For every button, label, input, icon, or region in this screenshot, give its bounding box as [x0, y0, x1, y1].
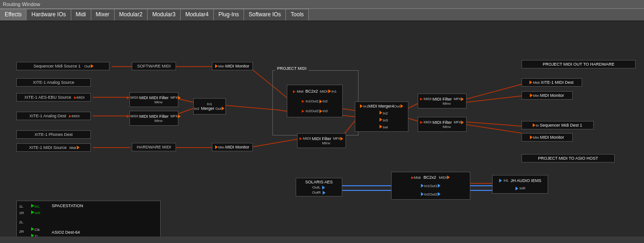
window-title: Routing Window — [3, 1, 40, 7]
asio2-dest64-label: ASIO2 Dest-64 — [52, 230, 80, 235]
xite1-midi-dest-node[interactable]: Midi XITE-1 MIDI Dest — [522, 78, 582, 87]
svg-line-18 — [461, 96, 522, 103]
hardware-midi-label: HARDWARE MIDI — [135, 144, 173, 150]
midi-filter-3-node[interactable]: ▶ MIDI MIDI Filter MFil MInv — [418, 94, 467, 108]
bc2x2-1-node[interactable]: ▶ Midi BC2x2 MIDI In1 ▶ In1 Out1 In2 ▶ I… — [287, 85, 343, 117]
solaris-aes-node[interactable]: SOLARIS AES OutL OutR — [296, 178, 342, 196]
tab-modular2[interactable]: Modular2 — [115, 9, 148, 20]
midi-monitor-3-label: MIDI Monitor — [539, 93, 565, 98]
tab-midi[interactable]: Midi — [71, 9, 91, 20]
bc2x2-2-node[interactable]: ▶ Midi BC2x2 MIDI In1 Out1 In2 Out2 — [391, 172, 470, 200]
xite1-midi-source-node[interactable]: XITE-1 MIDI Source Midi — [16, 143, 91, 152]
software-midi-label: SOFTWARE MIDI — [135, 63, 172, 69]
svg-line-19 — [461, 122, 522, 126]
title-bar: Routing Window — [0, 0, 644, 9]
spacestation-group: 1L 1R 2L 2R 3L 3R 4L InL InR SPACESTATIO… — [16, 201, 161, 236]
svg-line-8 — [224, 105, 278, 110]
midi-monitor-2-label: MIDI Monitor — [224, 145, 251, 149]
midi-monitor-3-node[interactable]: Min MIDI Monitor — [522, 91, 573, 100]
seq-midi-source-label: Sequencer Midi Source 1 — [32, 63, 82, 69]
seq-midi-source-node[interactable]: Sequencer Midi Source 1 Out — [16, 62, 109, 70]
midi-filter-2-label: MIDI MIDI Filter — [138, 114, 169, 119]
tab-effects[interactable]: Effects — [0, 9, 27, 20]
spacestation-label: SPACESTATION — [52, 203, 83, 208]
routing-area: Sequencer Midi Source 1 Out XITE-1 Analo… — [0, 21, 644, 236]
project-midi-out-hw-label: PROJECT MIDI OUT TO HARDWARE — [542, 62, 614, 67]
midi-monitor-4-node[interactable]: Min MIDI Monitor — [522, 133, 573, 142]
tab-mixer[interactable]: Mixer — [91, 9, 115, 20]
midi-filter-4-node[interactable]: ▶ MIDI MIDI Filter MFil MInv — [418, 117, 467, 132]
software-midi-node[interactable]: SOFTWARE MIDI — [132, 62, 176, 70]
tab-software-ios[interactable]: Software IOs — [244, 9, 286, 20]
merger-label: Merger — [201, 106, 215, 111]
midi-filter-6-node[interactable]: ▶ MIDI MIDI Filter MFil MInv — [297, 133, 346, 148]
midi-monitor-4-label: MIDI Monitor — [539, 135, 565, 140]
midi-monitor-2-node[interactable]: Min MIDI Monitor — [212, 143, 253, 151]
xite1-midi-source-label: XITE-1 MIDI Source — [27, 144, 68, 151]
seq-midi-dest-1-node[interactable]: In Sequencer Midi Dest 1 — [522, 121, 594, 129]
project-midi-out-hw-node[interactable]: PROJECT MIDI OUT TO HARDWARE — [522, 60, 636, 68]
svg-line-13 — [249, 139, 297, 148]
xite1-aesebu-source-node[interactable]: XITE-1 AES-EBU Source ▶ MIDI — [16, 93, 91, 101]
xite1-phones-dest-node[interactable]: XITE-1 Phones Dest — [16, 130, 91, 139]
midi-merger4-node[interactable]: In1 MIDI Merger4 Out In2 In3 In4 — [355, 101, 408, 132]
midi-filter-1-node[interactable]: ▶ MIDI MIDI MIDI Filter MFil MInv — [129, 92, 178, 107]
xite1-midi-dest-label: XITE-1 MIDI Dest — [540, 80, 575, 85]
xite1-aesebu-source-label: XITE-1 AES-EBU Source — [22, 94, 73, 101]
xite1-analog-dest-label: XITE-1 Analog Dest — [27, 113, 68, 119]
seq-midi-dest-1-label: Sequencer Midi Dest 1 — [539, 123, 583, 128]
tab-bar: Effects Hardware IOs Midi Mixer Modular2… — [0, 9, 644, 21]
hardware-midi-node[interactable]: HARDWARE MIDI — [132, 143, 176, 151]
jh-audio-iems-node[interactable]: InL JH AUDIO IEMS InR — [492, 175, 548, 194]
xite1-phones-dest-label: XITE-1 Phones Dest — [33, 131, 75, 138]
tab-hardware-ios[interactable]: Hardware IOs — [27, 9, 71, 20]
svg-line-17 — [461, 84, 522, 101]
project-midi-group: PROJECT MIDI ▶ Midi BC2x2 MIDI In1 ▶ In1… — [272, 70, 359, 135]
tab-plugins[interactable]: Plug-Ins — [214, 9, 244, 20]
svg-line-20 — [461, 124, 522, 133]
midi-filter-2-node[interactable]: ▶ MIDI MIDI MIDI Filter MFil MInv — [129, 111, 178, 126]
tab-modular3[interactable]: Modular3 — [148, 9, 181, 20]
tab-tools[interactable]: Tools — [286, 9, 309, 20]
xite1-analog-source-node[interactable]: XITE-1 Analog Source — [16, 78, 91, 87]
project-midi-asio-label: PROJECT MIDI TO ASIO HOST — [538, 156, 598, 161]
xite1-analog-dest-node[interactable]: XITE-1 Analog Dest ▶ MIDI — [16, 112, 91, 120]
merger-node[interactable]: In1 In2 Merger Out — [193, 98, 226, 115]
xite1-analog-source-label: XITE-1 Analog Source — [31, 79, 76, 86]
midi-monitor-1-node[interactable]: Min MIDI Monitor — [212, 62, 253, 70]
midi-filter-1-label: MIDI MIDI Filter — [138, 95, 169, 100]
tab-modular4[interactable]: Modular4 — [181, 9, 214, 20]
project-midi-asio-node[interactable]: PROJECT MIDI TO ASIO HOST — [522, 154, 615, 162]
midi-monitor-1-label: MIDI Monitor — [224, 64, 251, 68]
